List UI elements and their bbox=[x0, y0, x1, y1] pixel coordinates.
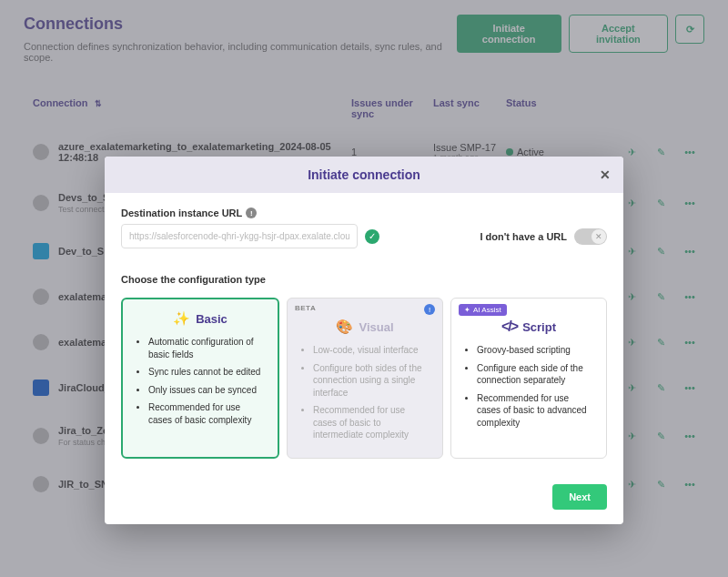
list-item: Configure both sides of the connection u… bbox=[313, 362, 430, 400]
list-item: Groovy-based scripting bbox=[477, 344, 593, 357]
url-label: Destination instance URL bbox=[121, 208, 242, 218]
palette-icon: 🎨 bbox=[336, 319, 353, 335]
config-card-script[interactable]: ✦ AI Assist </> Script Groovy-based scri… bbox=[450, 298, 607, 459]
list-item: Recommended for use cases of basic to in… bbox=[313, 404, 430, 441]
modal-title: Initiate connection bbox=[308, 167, 420, 182]
modal-overlay: Initiate connection ✕ Destination instan… bbox=[0, 0, 728, 577]
list-item: Recommended for use cases of basic to ad… bbox=[477, 392, 593, 430]
toggle-knob: ✕ bbox=[592, 229, 606, 244]
info-icon[interactable]: ! bbox=[424, 304, 435, 315]
check-icon: ✓ bbox=[365, 229, 379, 244]
no-url-toggle[interactable]: ✕ bbox=[574, 228, 607, 245]
info-icon[interactable]: ! bbox=[246, 208, 257, 218]
sparkle-icon: ✦ bbox=[464, 306, 470, 314]
config-type-label: Choose the configuration type bbox=[121, 274, 607, 285]
list-item: Configure each side of the connection se… bbox=[477, 362, 593, 387]
list-item: Automatic configuration of basic fields bbox=[148, 336, 265, 360]
beta-badge: BETA bbox=[295, 304, 316, 312]
destination-url-input[interactable] bbox=[121, 224, 358, 248]
next-button[interactable]: Next bbox=[552, 484, 607, 510]
config-card-basic[interactable]: ✨ Basic Automatic configuration of basic… bbox=[121, 298, 279, 459]
close-icon[interactable]: ✕ bbox=[600, 167, 611, 182]
list-item: Recommended for use cases of basic compl… bbox=[148, 401, 265, 426]
magic-wand-icon: ✨ bbox=[173, 310, 190, 327]
no-url-label: I don't have a URL bbox=[480, 231, 567, 242]
code-icon: </> bbox=[501, 319, 517, 335]
list-item: Low-code, visual interface bbox=[313, 344, 430, 357]
list-item: Sync rules cannot be edited bbox=[148, 366, 265, 379]
initiate-connection-modal: Initiate connection ✕ Destination instan… bbox=[105, 157, 623, 524]
list-item: Only issues can be synced bbox=[148, 384, 265, 397]
config-card-visual[interactable]: BETA ! 🎨 Visual Low-code, visual interfa… bbox=[287, 298, 443, 459]
ai-assist-badge: ✦ AI Assist bbox=[459, 304, 507, 316]
